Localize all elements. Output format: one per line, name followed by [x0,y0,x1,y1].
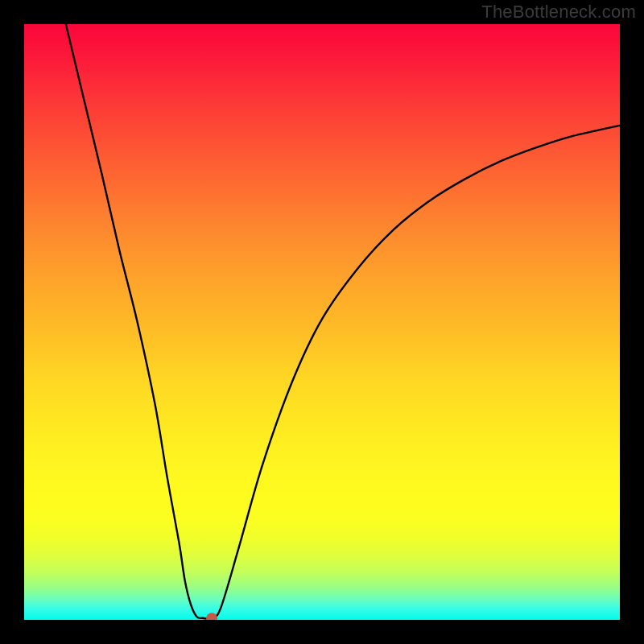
bottleneck-curve [66,24,620,619]
curve-svg [24,24,620,620]
plot-area [24,24,620,620]
optimum-marker [206,613,217,620]
watermark-text: TheBottleneck.com [481,2,636,23]
chart-frame: TheBottleneck.com [0,0,644,644]
